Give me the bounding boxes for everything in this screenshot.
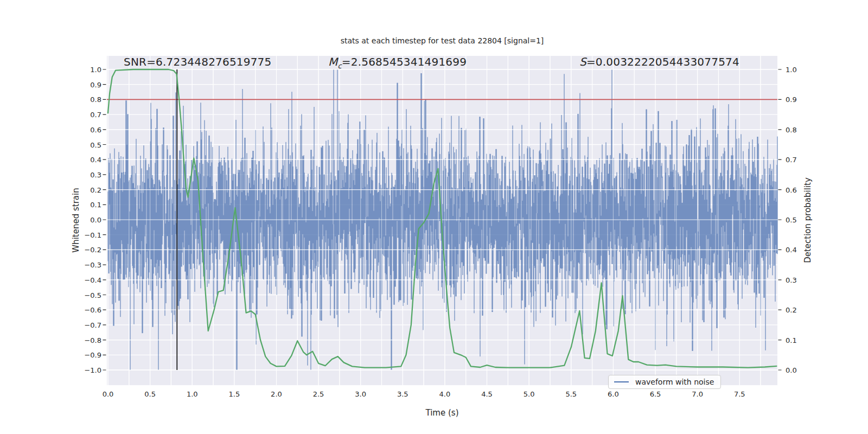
x-tick-label: 1.0	[187, 390, 198, 398]
legend: waveform with noise	[608, 375, 721, 389]
x-tick-label: 7.5	[734, 390, 745, 398]
annotation-s-stat: S=0.0032222054433077574	[579, 55, 739, 68]
left-y-tick-label: −0.8	[76, 336, 101, 344]
legend-waveform-label: waveform with noise	[635, 378, 714, 386]
right-y-tick-label: 0.0	[786, 366, 797, 374]
annotation-snr-value: =6.723448276519775	[146, 55, 271, 68]
x-tick-label: 0.0	[103, 390, 114, 398]
annotation-snr: SNR=6.723448276519775	[124, 55, 271, 68]
left-y-tick-label: −0.4	[76, 276, 101, 284]
right-y-tick-label: 0.7	[786, 156, 797, 164]
left-tick-marks	[103, 69, 106, 370]
chart-title: stats at each timestep for test data 228…	[341, 36, 544, 45]
left-y-tick-label: −0.6	[76, 306, 101, 314]
left-y-tick-label: 0.1	[76, 201, 101, 209]
annotation-snr-prefix: SNR	[124, 55, 146, 68]
left-y-tick-label: −0.3	[76, 261, 101, 269]
x-tick-label: 2.0	[271, 390, 282, 398]
x-axis-label: Time (s)	[426, 408, 459, 418]
annotation-chirp-mass: Mc=2.568545341491699	[328, 55, 467, 70]
left-y-tick-label: 0.0	[76, 216, 101, 224]
x-tick-label: 4.5	[481, 390, 493, 398]
left-y-tick-label: 0.5	[76, 141, 101, 149]
left-y-tick-label: −0.2	[76, 246, 101, 254]
annotation-mc-value: =2.568545341491699	[342, 55, 467, 68]
right-y-tick-label: 0.5	[786, 216, 797, 224]
annotation-s-value: =0.0032222054433077574	[586, 55, 739, 68]
left-y-tick-label: 0.3	[76, 170, 101, 178]
right-y-tick-label: 0.4	[786, 246, 797, 254]
x-tick-label: 6.5	[650, 390, 661, 398]
left-y-tick-label: 1.0	[76, 66, 101, 74]
left-y-tick-label: 0.8	[76, 95, 101, 104]
x-tick-label: 3.0	[355, 390, 366, 398]
left-y-tick-label: 0.6	[76, 125, 101, 133]
x-tick-label: 5.5	[565, 390, 577, 398]
left-y-tick-label: 0.2	[76, 186, 101, 194]
right-y-tick-label: 0.3	[786, 276, 797, 284]
right-y-tick-label: 1.0	[786, 66, 797, 74]
left-y-tick-label: −0.5	[76, 291, 101, 299]
y-axis-label-right: Detection probability	[803, 177, 813, 263]
left-y-tick-label: 0.7	[76, 111, 101, 119]
annotation-mc-subscript: c	[337, 62, 341, 70]
x-tick-label: 0.5	[144, 390, 156, 398]
right-y-tick-label: 0.2	[786, 306, 797, 314]
right-y-tick-label: 0.6	[786, 186, 797, 194]
x-tick-label: 4.0	[439, 390, 451, 398]
left-y-tick-label: −1.0	[76, 366, 101, 374]
annotation-mc-prefix: M	[328, 55, 337, 68]
left-y-tick-label: −0.7	[76, 321, 101, 329]
x-tick-label: 5.0	[524, 390, 535, 398]
figure-canvas: stats at each timestep for test data 228…	[0, 0, 868, 434]
x-tick-label: 2.5	[313, 390, 324, 398]
x-tick-label: 1.5	[229, 390, 240, 398]
right-y-tick-label: 0.9	[786, 95, 797, 104]
x-tick-label: 6.0	[608, 390, 619, 398]
x-tick-label: 3.5	[397, 390, 409, 398]
left-y-tick-label: 0.4	[76, 156, 101, 164]
left-y-tick-label: 0.9	[76, 80, 101, 88]
right-tick-marks	[778, 69, 782, 370]
left-y-tick-label: −0.9	[76, 351, 101, 359]
right-y-tick-label: 0.1	[786, 336, 797, 344]
right-y-tick-label: 0.8	[786, 125, 797, 133]
legend-waveform-line-sample	[614, 381, 629, 382]
annotation-s-prefix: S	[579, 55, 586, 68]
left-y-tick-label: −0.1	[76, 231, 101, 239]
x-tick-label: 7.0	[692, 390, 703, 398]
